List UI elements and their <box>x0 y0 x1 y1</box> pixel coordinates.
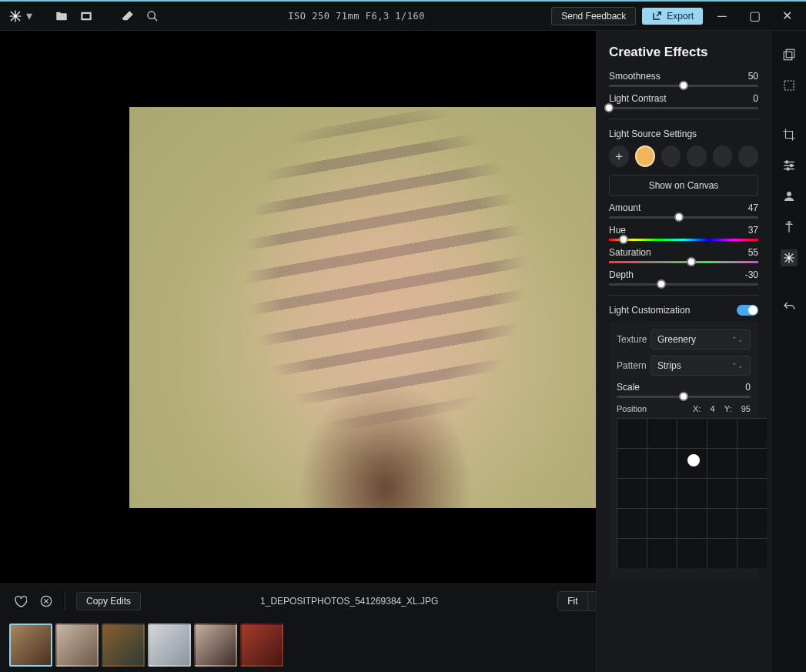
depth-slider[interactable] <box>609 283 758 286</box>
thumb-6[interactable] <box>240 624 283 667</box>
light-customization-toggle[interactable] <box>737 305 758 316</box>
folder-icon[interactable] <box>52 7 71 25</box>
pattern-label: Pattern <box>617 360 647 371</box>
lightsource-label: Light Source Settings <box>609 129 758 139</box>
amount-slider[interactable] <box>609 216 758 219</box>
body-icon[interactable] <box>781 219 798 236</box>
thumb-2[interactable] <box>55 624 99 667</box>
svg-rect-8 <box>784 81 794 90</box>
light-swatch-3[interactable] <box>687 145 707 167</box>
svg-point-12 <box>787 192 791 196</box>
depth-value: -30 <box>745 269 758 280</box>
eraser-icon[interactable] <box>119 7 137 25</box>
add-light-button[interactable]: ＋ <box>609 145 629 167</box>
hue-slider[interactable] <box>609 239 758 241</box>
scale-slider[interactable] <box>617 396 751 398</box>
portrait-icon[interactable] <box>781 188 798 205</box>
amount-value: 47 <box>748 202 758 213</box>
svg-point-9 <box>785 161 788 163</box>
effects-icon[interactable] <box>781 249 798 266</box>
svg-rect-6 <box>786 49 794 58</box>
posx-value: 4 <box>711 404 715 413</box>
reject-icon[interactable] <box>38 593 54 609</box>
show-on-canvas-button[interactable]: Show on Canvas <box>609 175 758 196</box>
light-swatch-5[interactable] <box>738 145 758 167</box>
position-label: Position <box>617 404 647 413</box>
close-icon[interactable]: ✕ <box>774 5 800 27</box>
undo-icon[interactable] <box>781 299 798 316</box>
mask-icon[interactable] <box>781 77 798 94</box>
minimize-icon[interactable]: ─ <box>709 5 735 27</box>
svg-rect-7 <box>784 52 792 60</box>
smoothness-value: 50 <box>748 71 758 82</box>
thumb-1[interactable] <box>9 624 52 667</box>
saturation-value: 55 <box>748 247 758 258</box>
logo-icon[interactable] <box>6 7 25 25</box>
hue-label: Hue <box>609 225 626 236</box>
svg-rect-1 <box>83 14 90 18</box>
exif-metadata: ISO 250 71mm F6,3 1/160 <box>166 11 547 22</box>
smoothness-label: Smoothness <box>609 71 661 82</box>
amount-label: Amount <box>609 202 640 213</box>
copy-edits-button[interactable]: Copy Edits <box>76 592 141 610</box>
lightcontrast-slider[interactable] <box>609 107 758 109</box>
saturation-label: Saturation <box>609 247 651 258</box>
export-button[interactable]: Export <box>642 8 703 25</box>
light-swatch-2[interactable] <box>661 145 681 167</box>
scale-label: Scale <box>617 382 640 393</box>
depth-label: Depth <box>609 269 634 280</box>
maximize-icon[interactable]: ▢ <box>741 5 768 27</box>
thumb-4[interactable] <box>148 624 191 667</box>
heart-icon[interactable] <box>12 593 28 609</box>
light-swatch-1[interactable] <box>635 145 655 167</box>
hue-value: 37 <box>748 225 758 236</box>
svg-point-11 <box>787 168 789 170</box>
crop-icon[interactable] <box>781 126 798 143</box>
smoothness-slider[interactable] <box>609 85 758 87</box>
position-grid[interactable] <box>617 418 767 568</box>
light-customization-label: Light Customization <box>609 305 690 316</box>
send-feedback-button[interactable]: Send Feedback <box>551 7 636 25</box>
texture-select[interactable]: Greenery⌃⌄ <box>650 329 751 349</box>
texture-label: Texture <box>617 334 647 345</box>
lightcontrast-label: Light Contrast <box>609 93 667 104</box>
pattern-select[interactable]: Strips⌃⌄ <box>650 356 751 376</box>
scale-value: 0 <box>745 382 751 393</box>
lightcontrast-value: 0 <box>753 93 758 104</box>
light-swatch-4[interactable] <box>713 145 733 167</box>
export-label: Export <box>667 11 694 22</box>
thumb-5[interactable] <box>194 624 237 667</box>
svg-point-2 <box>148 12 155 18</box>
thumb-3[interactable] <box>102 624 145 667</box>
main-canvas[interactable] <box>129 107 641 508</box>
saturation-slider[interactable] <box>609 261 758 263</box>
fit-button[interactable]: Fit <box>558 592 587 610</box>
layers-icon[interactable] <box>781 46 798 63</box>
sliders-icon[interactable] <box>781 157 798 174</box>
zoom-icon[interactable] <box>143 7 162 25</box>
posy-value: 95 <box>741 404 751 413</box>
svg-point-10 <box>790 165 792 167</box>
panel-title: Creative Effects <box>609 45 758 60</box>
image-icon[interactable] <box>77 7 95 25</box>
filename-label: 1_DEPOSITPHOTOS_541269384_XL.JPG <box>152 596 547 607</box>
